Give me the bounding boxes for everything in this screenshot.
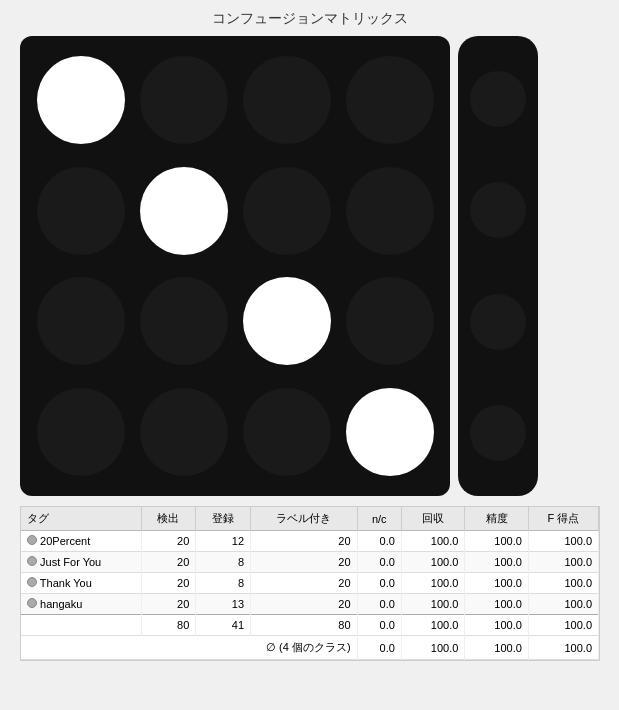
col-header-nc: n/c [357,507,401,531]
tag-dot [27,535,37,545]
summary1-precision: 100.0 [465,615,528,636]
labeled-cell: 20 [251,573,357,594]
cell-1-1 [135,159,232,264]
summary2-recall: 100.0 [401,636,464,660]
tag-name: hangaku [40,598,82,610]
fscore-cell: 100.0 [528,594,598,615]
col-header-labeled: ラベル付き [251,507,357,531]
col-header-tag: タグ [21,507,141,531]
results-table: タグ 検出 登録 ラベル付き n/c 回収 精度 F 得点 20Percent … [21,507,599,660]
recall-cell: 100.0 [401,594,464,615]
register-cell: 13 [196,594,251,615]
tag-dot [27,577,37,587]
cell-2-3 [341,269,438,374]
tag-cell: 20Percent [21,531,141,552]
recall-cell: 100.0 [401,573,464,594]
cell-3-1 [135,380,232,485]
tag-dot [27,556,37,566]
sidebar-circle-0 [470,71,526,127]
register-cell: 12 [196,531,251,552]
table-row: Thank You 20 8 20 0.0 100.0 100.0 100.0 [21,573,599,594]
recall-cell: 100.0 [401,531,464,552]
precision-cell: 100.0 [465,552,528,573]
chart-title: コンフュージョンマトリックス [20,10,599,28]
tag-cell: hangaku [21,594,141,615]
tag-cell: Just For You [21,552,141,573]
cell-3-0 [32,380,129,485]
nc-cell: 0.0 [357,552,401,573]
col-header-fscore: F 得点 [528,507,598,531]
confusion-matrix-grid [20,36,450,496]
col-header-detect: 検出 [141,507,196,531]
summary1-detect: 80 [141,615,196,636]
fscore-cell: 100.0 [528,552,598,573]
cell-3-2 [238,380,335,485]
tag-cell: Thank You [21,573,141,594]
summary1-register: 41 [196,615,251,636]
cell-0-0 [32,48,129,153]
table-row: Just For You 20 8 20 0.0 100.0 100.0 100… [21,552,599,573]
col-header-precision: 精度 [465,507,528,531]
cell-3-3 [341,380,438,485]
cell-1-2 [238,159,335,264]
summary1-fscore: 100.0 [528,615,598,636]
precision-cell: 100.0 [465,594,528,615]
summary2-nc: 0.0 [357,636,401,660]
labeled-cell: 20 [251,531,357,552]
recall-cell: 100.0 [401,552,464,573]
summary1-labeled: 80 [251,615,357,636]
sidebar-circle-3 [470,405,526,461]
matrix-sidebar [458,36,538,496]
cell-0-3 [341,48,438,153]
sidebar-circle-1 [470,182,526,238]
register-cell: 8 [196,552,251,573]
col-header-register: 登録 [196,507,251,531]
tag-dot [27,598,37,608]
detect-cell: 20 [141,573,196,594]
tag-name: 20Percent [40,535,90,547]
summary1-recall: 100.0 [401,615,464,636]
detect-cell: 20 [141,552,196,573]
table-row: 20Percent 20 12 20 0.0 100.0 100.0 100.0 [21,531,599,552]
cell-2-1 [135,269,232,374]
labeled-cell: 20 [251,552,357,573]
cell-1-3 [341,159,438,264]
fscore-cell: 100.0 [528,573,598,594]
tag-name: Thank You [40,577,92,589]
results-table-container: タグ 検出 登録 ラベル付き n/c 回収 精度 F 得点 20Percent … [20,506,600,661]
sidebar-circle-2 [470,294,526,350]
col-header-recall: 回収 [401,507,464,531]
cell-1-0 [32,159,129,264]
nc-cell: 0.0 [357,531,401,552]
summary1-nc: 0.0 [357,615,401,636]
nc-cell: 0.0 [357,594,401,615]
summary-row-1: 80 41 80 0.0 100.0 100.0 100.0 [21,615,599,636]
cell-2-2 [238,269,335,374]
precision-cell: 100.0 [465,573,528,594]
cell-0-1 [135,48,232,153]
summary2-label: ∅ (4 個のクラス) [21,636,357,660]
summary1-tag [21,615,141,636]
summary2-precision: 100.0 [465,636,528,660]
matrix-area [20,36,599,496]
cell-2-0 [32,269,129,374]
table-row: hangaku 20 13 20 0.0 100.0 100.0 100.0 [21,594,599,615]
register-cell: 8 [196,573,251,594]
tag-name: Just For You [40,556,101,568]
cell-0-2 [238,48,335,153]
fscore-cell: 100.0 [528,531,598,552]
labeled-cell: 20 [251,594,357,615]
nc-cell: 0.0 [357,573,401,594]
summary-row-2: ∅ (4 個のクラス) 0.0 100.0 100.0 100.0 [21,636,599,660]
detect-cell: 20 [141,594,196,615]
precision-cell: 100.0 [465,531,528,552]
table-header-row: タグ 検出 登録 ラベル付き n/c 回収 精度 F 得点 [21,507,599,531]
summary2-fscore: 100.0 [528,636,598,660]
detect-cell: 20 [141,531,196,552]
